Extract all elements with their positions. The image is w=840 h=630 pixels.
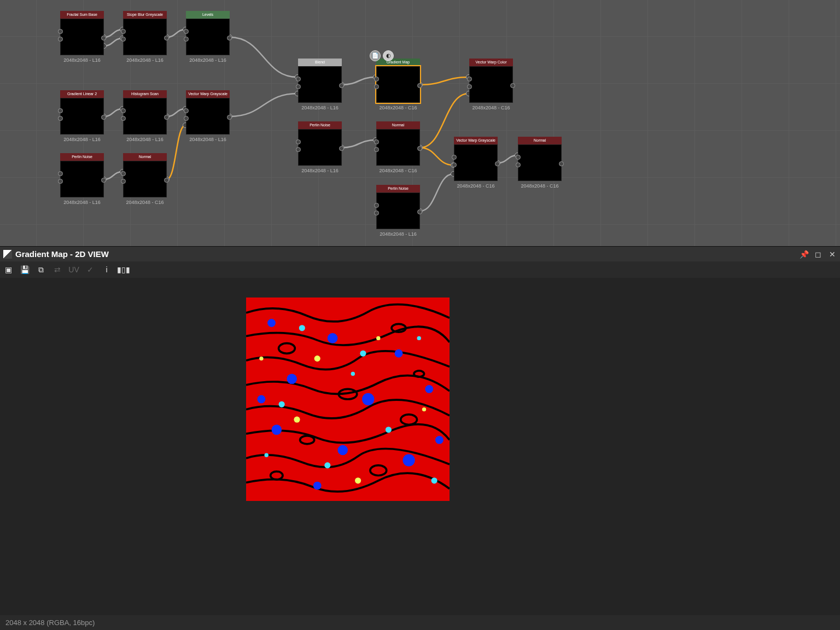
node-perlin3[interactable]: Perlin Noise2048x2048 - L16 [376, 185, 420, 237]
in-port[interactable] [121, 29, 126, 34]
out-port[interactable] [417, 209, 422, 214]
svg-point-60 [431, 477, 438, 483]
in-port-2[interactable] [296, 147, 301, 152]
in-port[interactable] [296, 77, 301, 81]
in-port[interactable] [58, 171, 63, 176]
svg-point-47 [272, 425, 282, 435]
node-thumbnail [186, 19, 230, 55]
out-port[interactable] [339, 146, 344, 151]
in-port-2[interactable] [374, 84, 379, 89]
node-thumbnail [60, 161, 104, 197]
viewport[interactable] [0, 278, 840, 615]
in-port-2[interactable] [296, 84, 301, 89]
node-thumbnail [186, 98, 230, 135]
node-resolution: 2048x2048 - L16 [60, 137, 104, 142]
node-title: Fractal Sum Base [60, 11, 104, 19]
node-vwarpc[interactable]: Vector Warp Color2048x2048 - C16 [469, 59, 513, 110]
in-port-2[interactable] [184, 116, 189, 121]
node-vwarpg1[interactable]: Vector Warp Grayscale2048x2048 - L16 [186, 90, 230, 142]
maximize-button[interactable]: ◻ [814, 250, 822, 259]
svg-point-59 [264, 453, 268, 457]
svg-point-50 [313, 482, 322, 490]
node-badge-view[interactable]: ◐ [383, 50, 394, 61]
in-port-2[interactable] [58, 179, 63, 184]
viewer-panel: Gradient Map - 2D VIEW 📌 ◻ ✕ ▣💾⧉⇄UV✓i▮▯▮ [0, 246, 840, 630]
out-port[interactable] [510, 83, 515, 88]
node-graph[interactable]: Fractal Sum Base2048x2048 - L16Slope Blu… [0, 0, 840, 246]
node-resolution: 2048x2048 - L16 [298, 105, 342, 110]
close-button[interactable]: ✕ [828, 250, 837, 259]
in-port-2[interactable] [374, 211, 379, 215]
node-resolution: 2048x2048 - L16 [298, 168, 342, 173]
node-gradlin[interactable]: Gradient Linear 22048x2048 - L16 [60, 90, 104, 142]
in-port[interactable] [58, 29, 63, 34]
node-title: Gradient Map [376, 59, 420, 66]
svg-point-46 [425, 385, 433, 393]
node-title: Gradient Linear 2 [60, 90, 104, 98]
uv-icon: UV [68, 264, 80, 276]
node-levels[interactable]: Levels2048x2048 - L16 [186, 11, 230, 63]
node-perlin2[interactable]: Perlin Noise2048x2048 - L16 [298, 121, 342, 173]
node-thumbnail [518, 144, 562, 181]
in-port[interactable] [467, 77, 472, 81]
node-normal3[interactable]: Normal2048x2048 - C16 [518, 137, 562, 189]
out-port[interactable] [559, 161, 564, 166]
node-blend[interactable]: Blend2048x2048 - L16 [298, 59, 342, 110]
svg-point-56 [279, 401, 285, 407]
node-slope[interactable]: Slope Blur Greyscale2048x2048 - L16 [123, 11, 167, 63]
frame-icon[interactable]: ▣ [2, 264, 14, 276]
out-port[interactable] [164, 178, 169, 183]
in-port-2[interactable] [467, 84, 472, 89]
in-port-2[interactable] [184, 37, 189, 42]
in-port-2[interactable] [374, 147, 379, 152]
in-port[interactable] [296, 139, 301, 144]
in-port[interactable] [452, 155, 457, 160]
in-port-2[interactable] [516, 162, 521, 167]
in-port[interactable] [58, 108, 63, 113]
in-port[interactable] [121, 171, 126, 176]
node-normal2[interactable]: Normal2048x2048 - C16 [376, 121, 420, 173]
in-port-2[interactable] [121, 116, 126, 121]
node-histo[interactable]: Histogram Scan2048x2048 - L16 [123, 90, 167, 142]
svg-point-57 [386, 427, 392, 433]
node-resolution: 2048x2048 - L16 [186, 137, 230, 142]
svg-point-43 [395, 349, 403, 358]
out-port[interactable] [339, 83, 344, 88]
in-port[interactable] [374, 77, 379, 81]
node-fractal[interactable]: Fractal Sum Base2048x2048 - L16 [60, 11, 104, 63]
node-normal1[interactable]: Normal2048x2048 - C16 [123, 153, 167, 205]
pin-button[interactable]: 📌 [800, 250, 808, 259]
out-port[interactable] [101, 178, 106, 183]
out-port[interactable] [227, 36, 232, 40]
node-gradmap[interactable]: Gradient Map2048x2048 - C16 [376, 59, 420, 110]
in-port-2[interactable] [121, 179, 126, 184]
out-port[interactable] [227, 115, 232, 120]
in-port[interactable] [516, 155, 521, 160]
copy-icon[interactable]: ⧉ [35, 264, 47, 276]
in-port-2[interactable] [452, 162, 457, 167]
node-perlin1[interactable]: Perlin Noise2048x2048 - L16 [60, 153, 104, 205]
in-port-2[interactable] [58, 116, 63, 121]
save-icon[interactable]: 💾 [19, 264, 31, 276]
out-port[interactable] [164, 36, 169, 40]
in-port-2[interactable] [121, 37, 126, 42]
info-icon[interactable]: i [101, 264, 113, 276]
histogram-icon[interactable]: ▮▯▮ [117, 264, 129, 276]
node-thumbnail [376, 192, 420, 229]
out-port[interactable] [495, 161, 500, 166]
in-port-2[interactable] [58, 37, 63, 42]
out-port[interactable] [417, 83, 422, 88]
in-port[interactable] [374, 139, 379, 144]
out-port[interactable] [101, 36, 106, 40]
in-port[interactable] [374, 203, 379, 208]
out-port[interactable] [164, 115, 169, 120]
out-port[interactable] [417, 146, 422, 151]
node-vwarpg2[interactable]: Vector Warp Grayscale2048x2048 - C16 [454, 137, 498, 189]
in-port[interactable] [121, 108, 126, 113]
svg-point-41 [267, 319, 276, 327]
in-port[interactable] [184, 29, 189, 34]
in-port[interactable] [184, 108, 189, 113]
viewer-toolbar: ▣💾⧉⇄UV✓i▮▯▮ [0, 261, 840, 278]
node-badge-doc[interactable]: 📄 [370, 50, 381, 61]
out-port[interactable] [101, 115, 106, 120]
